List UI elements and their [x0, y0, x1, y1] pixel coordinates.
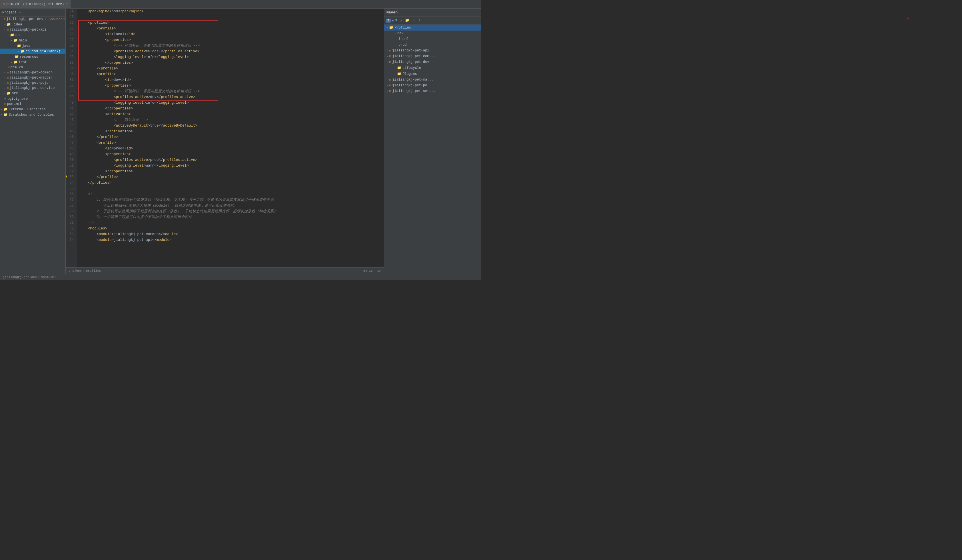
code-line-50: <profiles.active>prod</profiles.active> [79, 157, 382, 163]
code-line-57: 1. 聚合工程里可以分为顶级项目（顶级工程、父工程）与子工程，这两者的关系其实就… [79, 197, 382, 203]
sidebar-item-java[interactable]: ▸ 📁 java [0, 43, 65, 48]
code-line-52: </properties> [79, 169, 382, 174]
line-num: 57 [68, 197, 75, 203]
maven-item-dev[interactable]: ✓ dev [384, 31, 481, 36]
expand-icon: ▸ [394, 72, 396, 76]
module-icon: m [389, 78, 391, 81]
sidebar-item-root[interactable]: ▾ m jialiangkj-pet-dev E:\sourceTree\g [0, 16, 65, 22]
line-num: 55 [68, 186, 75, 191]
toolbar-folder-btn[interactable]: 📁 [404, 18, 410, 23]
maven-item-api[interactable]: ▸ m jialiangkj-pet-api [384, 48, 481, 53]
code-editor[interactable]: 24 25 26 27 28 29 30 31 32 33 34 35 36 3… [66, 8, 384, 268]
line-num: 34 [68, 66, 75, 71]
maven-item-local[interactable]: local [384, 36, 481, 42]
line-num: 51 [68, 163, 75, 169]
maven-item-profiles[interactable]: ▾ 📁 Profiles [384, 24, 481, 31]
project-path-bar: jialiangkj-pet-dev › m pom.xml [0, 274, 481, 280]
toolbar-up-btn[interactable]: ▲ [392, 18, 394, 23]
code-line-39: <profiles.active>dev</profiles.active> [79, 94, 382, 100]
maven-tree: ▾ 📁 Profiles ✓ dev local prod ▸ [384, 24, 481, 274]
maven-item-prod[interactable]: prod [384, 42, 481, 48]
code-line-48: <id>prod</id> [79, 146, 382, 152]
line-num: 50 [68, 157, 75, 163]
code-line-34: </profile> [79, 66, 382, 71]
title-bar: m pom.xml (jialiangkj-pet-dev) × ⋯ [0, 0, 481, 8]
code-line-33: </properties> [79, 60, 382, 66]
tab-file-icon: m [3, 3, 5, 6]
sidebar-item-label: test [19, 60, 27, 64]
code-line-38: <!-- 环境标识，需要与配置文件的名称相对应 --> [79, 89, 382, 94]
sidebar-item-pojo[interactable]: ▸ m jialiangkj-pet-pojo [0, 80, 65, 86]
maven-toolbar: 7 ▲ ▼ ↺ 📁 ⬇ + → [384, 16, 481, 24]
line-num: 46 [68, 134, 75, 140]
line-num: 58 [68, 203, 75, 208]
sidebar-item-test[interactable]: ▸ 📁 test [0, 60, 65, 65]
sidebar-item-main[interactable]: ▸ 📁 main [0, 38, 65, 43]
editor-area: 24 25 26 27 28 29 30 31 32 33 34 35 36 3… [66, 8, 384, 274]
main-layout: Project ▾ ▾ m jialiangkj-pet-dev E:\sour… [0, 8, 481, 274]
sidebar-item-scratches[interactable]: ▸ 📁 Scratches and Consoles [0, 112, 65, 118]
line-num: 40 [68, 100, 75, 106]
line-num: 24 [68, 8, 75, 14]
line-num: 27 [68, 26, 75, 31]
sidebar-header-arrow[interactable]: ▾ [19, 10, 21, 15]
maven-item-pojo[interactable]: ▸ m jialiangkj-pet-po... [384, 82, 481, 88]
toolbar-download-btn[interactable]: ⬇ [412, 18, 416, 23]
folder-icon: 📁 [3, 113, 8, 117]
code-line-25 [79, 14, 382, 20]
toolbar-add-btn[interactable]: + [417, 18, 421, 23]
sidebar-item-src[interactable]: ▸ 📁 src [0, 90, 65, 96]
code-line-42: <activation> [79, 111, 382, 117]
sidebar-item-gitignore[interactable]: ⊘ .gitignore [0, 96, 65, 102]
code-line-26: <profiles> [79, 20, 382, 26]
code-line-40: <logging.level>info</logging.level> [79, 100, 382, 106]
editor-tab[interactable]: m pom.xml (jialiangkj-pet-dev) × [0, 0, 71, 8]
code-line-27: <profile> [79, 26, 382, 31]
sidebar-item-service[interactable]: ▸ m jialiangkj-pet-service [0, 86, 65, 90]
line-num: 32 [68, 54, 75, 60]
sidebar-item-pkg[interactable]: ▸ 📁 cn.com.jialiangkj [0, 48, 65, 54]
line-num: 47 [68, 140, 75, 146]
sidebar-item-common[interactable]: ▸ m jialiangkj-pet-common [0, 70, 65, 75]
sidebar-item-api-pom[interactable]: m pom.xml [0, 65, 65, 70]
maven-item-common[interactable]: ▸ m jialiangkj-pet-com... [384, 53, 481, 59]
arrow-icon: ▸ [11, 39, 13, 42]
code-line-63: <module>jialiangkj-pet-common</module> [79, 231, 382, 237]
sidebar-item-pom[interactable]: m pom.xml [0, 102, 65, 107]
arrow-icon: ▸ [4, 92, 6, 95]
toolbar-refresh-btn[interactable]: ↺ [399, 18, 403, 23]
sidebar-item-label: pom.xml [11, 65, 25, 69]
code-line-56: <!-- [79, 191, 382, 197]
sidebar-item-api-src[interactable]: ▸ 📁 src [0, 32, 65, 38]
line-num: 35 [68, 71, 75, 77]
sidebar-item-label: cn.com.jialiangkj [26, 49, 60, 53]
code-content[interactable]: <packaging>pom</packaging> <profiles> <p… [77, 8, 384, 268]
line-num: 38 [68, 89, 75, 94]
sidebar-item-resources[interactable]: 📁 resources [0, 54, 65, 60]
code-line-30: <!-- 环境标识，需要与配置文件的名称相对应 --> [79, 43, 382, 48]
sidebar-item-mapper[interactable]: ▸ m jialiangkj-pet-mapper [0, 75, 65, 80]
line-num: 28 [68, 31, 75, 37]
maven-item-service[interactable]: ▸ m jialiangkj-pet-ser... [384, 88, 481, 94]
maven-item-plugins[interactable]: ▸ 📁 Plugins [384, 71, 481, 77]
path-sep: › [38, 276, 40, 279]
code-line-32: <logging.level>info</logging.level> [79, 54, 382, 60]
sidebar-item-idea[interactable]: ▸ 📁 .idea [0, 22, 65, 27]
tab-close-button[interactable]: × [66, 3, 68, 6]
maven-item-mapper[interactable]: ▸ m jialiangkj-pet-ma... [384, 77, 481, 82]
module-icon: m [389, 60, 391, 64]
toolbar-down-btn[interactable]: ▼ [395, 18, 397, 23]
code-line-43: <!-- 默认环境 --> [79, 117, 382, 123]
code-line-60: 3. 一个顶级工程是可以由多个不同的子工程共同组合而成。 [79, 214, 382, 220]
line-num: 61 [68, 220, 75, 226]
sidebar-item-ext-libs[interactable]: ▸ 📁 External Libraries [0, 107, 65, 112]
line-num: 60 [68, 214, 75, 220]
sidebar-item-api[interactable]: ▸ m jialiangkj-pet-api [0, 27, 65, 32]
maven-item-label: Lifecycle [402, 66, 421, 70]
cursor-position: 54:16 [363, 269, 373, 273]
line-num: 59 [68, 208, 75, 214]
maven-item-dev-module[interactable]: ▾ m jialiangkj-pet-dev [384, 59, 481, 65]
maven-item-lifecycle[interactable]: ▸ 📁 Lifecycle [384, 65, 481, 71]
arrow-icon: ▾ [1, 18, 3, 21]
more-actions-button[interactable]: ⋯ [476, 2, 478, 6]
